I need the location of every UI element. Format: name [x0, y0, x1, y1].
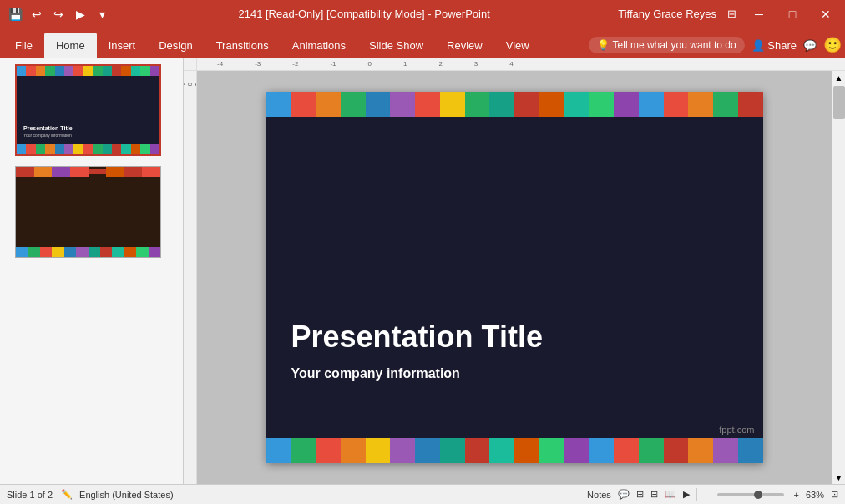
zoom-level[interactable]: 63%: [806, 490, 824, 500]
tab-design[interactable]: Design: [147, 33, 204, 58]
canvas-area: /* ruler ticks drawn via JS below */ -4 …: [184, 58, 845, 484]
dropdown-icon[interactable]: ▾: [94, 6, 110, 23]
status-bar-right: Notes 💬 ⊞ ⊟ 📖 ▶ - + 63% ⊡: [587, 488, 838, 501]
comments-view-icon[interactable]: 💬: [618, 489, 630, 500]
tab-home[interactable]: Home: [44, 33, 97, 58]
close-button[interactable]: ✕: [813, 5, 838, 23]
colorbar-bottom-thumb1: [17, 144, 159, 154]
title-bar-right: Tiffany Grace Reyes ⊟ ─ □ ✕: [618, 5, 838, 23]
fppt-watermark: fppt.com: [719, 425, 754, 435]
share-button[interactable]: 👤 Share: [751, 39, 797, 52]
share-label: Share: [767, 39, 797, 52]
scroll-down-arrow[interactable]: ▼: [832, 471, 846, 484]
maximize-button[interactable]: □: [780, 5, 805, 23]
vertical-ruler: 3 2 1 0 1 2 3: [184, 71, 197, 484]
canvas-scroll[interactable]: Presentation Title Your company informat…: [197, 71, 832, 484]
zoom-handle[interactable]: [754, 491, 762, 499]
scroll-thumb[interactable]: [833, 86, 845, 119]
undo-icon[interactable]: ↩: [28, 6, 45, 23]
tab-insert[interactable]: Insert: [97, 33, 148, 58]
tab-slideshow[interactable]: Slide Show: [357, 33, 435, 58]
ribbon-tabs: File Home Insert Design Transitions Anim…: [0, 28, 845, 58]
title-bar-left: 💾 ↩ ↪ ▶ ▾: [7, 6, 110, 23]
normal-view-icon[interactable]: ⊞: [636, 489, 644, 500]
slide-thumbnail-1[interactable]: 1: [7, 64, 176, 156]
ribbon-right: 💡 Tell me what you want to do 👤 Share 💬 …: [589, 36, 842, 58]
zoom-minus[interactable]: -: [704, 490, 707, 500]
ruler-v-labels: 3 2 1 0 1 2 3: [184, 71, 197, 94]
colorbar-bottom-thumb2: [16, 247, 160, 257]
comments-icon[interactable]: 💬: [803, 39, 817, 52]
fit-window-icon[interactable]: ⊡: [831, 489, 838, 500]
zoom-slider[interactable]: [717, 493, 784, 496]
slide-thumb-inner-2: [15, 166, 161, 258]
emoji-icon[interactable]: 🙂: [823, 36, 842, 54]
vertical-scrollbar[interactable]: ▲ ▼: [832, 71, 845, 484]
edit-icon[interactable]: ✏️: [61, 489, 73, 500]
tell-me-label: Tell me what you want to do: [613, 39, 736, 51]
zoom-plus[interactable]: +: [794, 490, 799, 500]
title-bar-title: 2141 [Read-Only] [Compatibility Mode] - …: [110, 8, 618, 20]
main-colorbar-top: [266, 92, 763, 117]
minimize-button[interactable]: ─: [746, 5, 772, 23]
slide-sorter-icon[interactable]: ⊟: [650, 489, 658, 500]
slide-main-title[interactable]: Presentation Title: [291, 320, 543, 355]
horizontal-ruler: /* ruler ticks drawn via JS below */ -4 …: [197, 58, 832, 71]
main-colorbar-bottom: [266, 438, 763, 463]
slide-info: Slide 1 of 2: [7, 490, 53, 500]
tell-me-box[interactable]: 💡 Tell me what you want to do: [589, 37, 745, 53]
title-bar: 💾 ↩ ↪ ▶ ▾ 2141 [Read-Only] [Compatibilit…: [0, 0, 845, 28]
tab-animations[interactable]: Animations: [281, 33, 357, 58]
tab-review[interactable]: Review: [435, 33, 494, 58]
slideshow-view-icon[interactable]: ▶: [683, 489, 690, 500]
notes-button[interactable]: Notes: [587, 490, 611, 500]
colorbar-top-thumb1: [17, 66, 159, 76]
status-bar: Slide 1 of 2 ✏️ English (United States) …: [0, 484, 845, 504]
slide-main-subtitle[interactable]: Your company information: [291, 366, 460, 381]
redo-icon[interactable]: ↪: [50, 6, 67, 23]
tab-view[interactable]: View: [494, 33, 541, 58]
slide1-thumb-sub: Your company information: [23, 133, 72, 138]
main-slide[interactable]: Presentation Title Your company informat…: [266, 92, 763, 463]
slide-panel: 1: [0, 58, 184, 484]
tab-transitions[interactable]: Transitions: [205, 33, 281, 58]
slide1-thumb-title: Presentation Title: [23, 125, 73, 131]
ribbon-display-icon[interactable]: ⊟: [725, 8, 738, 21]
main-area: 1: [0, 58, 845, 484]
lightbulb-icon: 💡: [597, 39, 610, 51]
ruler-corner: [184, 58, 197, 71]
slide-thumbnail-2[interactable]: 2: [7, 166, 176, 258]
scroll-up-arrow[interactable]: ▲: [832, 71, 846, 84]
ruler-corner-right: [832, 58, 845, 71]
present-icon[interactable]: ▶: [72, 6, 89, 23]
language-label: English (United States): [79, 490, 174, 500]
share-icon: 👤: [751, 39, 765, 52]
reading-view-icon[interactable]: 📖: [665, 489, 676, 500]
username: Tiffany Grace Reyes: [618, 8, 716, 20]
divider: [696, 488, 697, 501]
slide-thumb-inner-1: Presentation Title Your company informat…: [15, 64, 161, 156]
colorbar-top-thumb2: [16, 167, 160, 177]
tab-file[interactable]: File: [3, 33, 44, 58]
save-icon[interactable]: 💾: [7, 6, 23, 23]
